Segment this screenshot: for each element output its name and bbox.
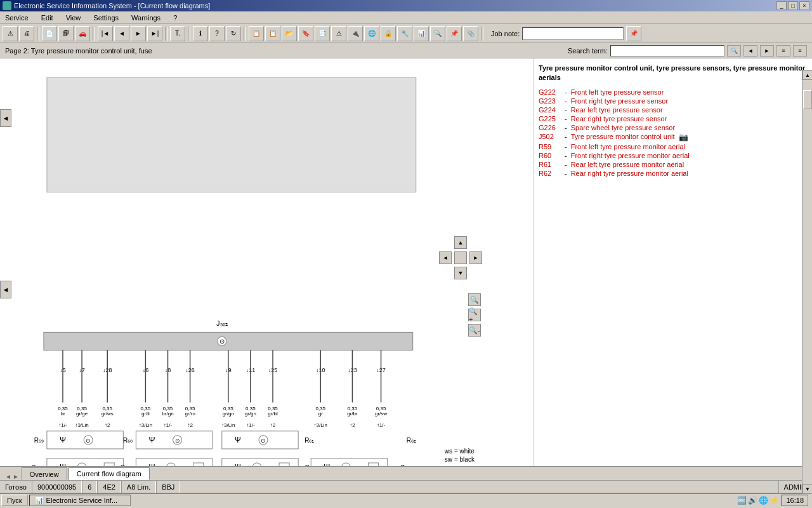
diagram-panel: ◄ ◄ ▲ ◄ ► ▼ 🔍 🔍+ 🔍- J₅₀₂: [0, 58, 533, 466]
nav-next[interactable]: ►: [131, 26, 146, 41]
search-input[interactable]: [610, 45, 724, 57]
comp-id-r61[interactable]: R61: [539, 161, 561, 168]
svg-text:gr/ro: gr/ro: [185, 411, 195, 417]
status-number: 9000000095: [32, 481, 82, 493]
comp-id-g225[interactable]: G225: [539, 115, 561, 123]
left-nav-arrow-bottom[interactable]: ◄: [0, 281, 11, 298]
tb-btn-i[interactable]: 🔒: [381, 26, 396, 41]
tray-icon-2: 🔊: [748, 496, 757, 505]
nav-last[interactable]: ►|: [147, 26, 162, 41]
tray-icon-3: 🌐: [759, 496, 768, 505]
svg-rect-103: [369, 463, 379, 466]
tab-current-flow[interactable]: Current flow diagram: [69, 467, 150, 480]
title-bar-left: Electronic Service Information System - …: [3, 1, 210, 10]
tb-refresh[interactable]: ↻: [226, 26, 241, 41]
job-note-label: Job note:: [491, 30, 520, 37]
tb-btn-d[interactable]: 🔖: [298, 26, 313, 41]
tab-overview[interactable]: Overview: [22, 467, 67, 480]
tb-btn-n[interactable]: 📎: [463, 26, 478, 41]
tb-sep-6: [481, 27, 483, 41]
tb-btn-l[interactable]: 🔍: [430, 26, 445, 41]
comp-id-r62[interactable]: R62: [539, 170, 561, 177]
scroll-up[interactable]: ▲: [802, 70, 812, 80]
zoom-in[interactable]: 🔍+: [468, 309, 481, 321]
search-opt-btn[interactable]: ≡: [776, 45, 790, 57]
comp-id-g223[interactable]: G223: [539, 97, 561, 105]
nav-center: [454, 251, 467, 264]
menu-help[interactable]: ?: [171, 13, 180, 23]
search-opt2-btn[interactable]: ≡: [793, 45, 807, 57]
window-controls[interactable]: _ □ ×: [776, 1, 809, 10]
tb-btn-5[interactable]: 🚗: [75, 26, 90, 41]
status-code2: A8 Lim.: [121, 481, 156, 493]
nav-first[interactable]: |◄: [98, 26, 113, 41]
tb-btn-2[interactable]: 🖨: [19, 26, 34, 41]
comp-id-r60[interactable]: R60: [539, 152, 561, 159]
menu-edit[interactable]: Edit: [39, 13, 56, 23]
start-button[interactable]: Пуск: [1, 495, 28, 506]
scroll-thumb[interactable]: [803, 90, 812, 109]
search-btn[interactable]: 🔍: [727, 45, 741, 57]
tb-btn-1[interactable]: ⚠: [3, 26, 18, 41]
menu-bar: Service Edit View Settings Warnings ?: [0, 11, 812, 24]
close-button[interactable]: ×: [799, 1, 809, 10]
svg-text:gr/gn: gr/gn: [245, 411, 256, 417]
nav-prev[interactable]: ◄: [114, 26, 129, 41]
tb-btn-m[interactable]: 📌: [447, 26, 462, 41]
tb-btn-f[interactable]: ⚠: [331, 26, 346, 41]
comp-id-g226[interactable]: G226: [539, 124, 561, 131]
nav-up[interactable]: ▲: [454, 236, 467, 249]
job-note-area: Job note: 📌: [491, 26, 641, 41]
nav-left[interactable]: ◄: [439, 251, 452, 264]
status-ready: Готово: [0, 483, 32, 491]
search-prev-btn[interactable]: ◄: [743, 45, 757, 57]
svg-text:↑2: ↑2: [105, 422, 110, 428]
camera-icon[interactable]: 📷: [679, 133, 688, 142]
list-item: G225 - Rear right tyre pressure sensor: [539, 115, 807, 123]
tb-btn-b[interactable]: 📋: [265, 26, 280, 41]
tb-btn-3[interactable]: 📄: [42, 26, 57, 41]
tb-btn-4[interactable]: 🗐: [58, 26, 74, 41]
tb-btn-j[interactable]: 🔧: [397, 26, 412, 41]
taskbar-app-item[interactable]: 📊 Electronic Service Inf...: [29, 495, 131, 506]
nav-right[interactable]: ►: [469, 251, 482, 264]
comp-id-j502[interactable]: J502: [539, 133, 561, 140]
tb-btn-k[interactable]: 📊: [414, 26, 429, 41]
menu-settings[interactable]: Settings: [91, 13, 121, 23]
restore-button[interactable]: □: [788, 1, 798, 10]
tb-question[interactable]: ?: [209, 26, 225, 41]
svg-text:br/gn: br/gn: [162, 411, 173, 417]
vertical-scrollbar[interactable]: ▲ ▼: [802, 70, 812, 466]
tb-btn-g[interactable]: 🔌: [348, 26, 363, 41]
nav-down[interactable]: ▼: [454, 267, 467, 279]
zoom-reset[interactable]: 🔍: [468, 293, 481, 306]
zoom-out[interactable]: 🔍-: [468, 324, 481, 337]
comp-desc-g225: Rear right tyre pressure sensor: [571, 115, 667, 123]
left-nav-arrow-top[interactable]: ◄: [0, 109, 11, 127]
tb-btn-h[interactable]: 🌐: [364, 26, 379, 41]
menu-warnings[interactable]: Warnings: [129, 13, 163, 23]
comp-id-g222[interactable]: G222: [539, 88, 561, 96]
list-item: G224 - Rear left tyre pressure sensor: [539, 106, 807, 114]
minimize-button[interactable]: _: [776, 1, 787, 10]
list-item: J502 - Tyre pressure monitor control uni…: [539, 133, 807, 142]
tb-info[interactable]: ℹ: [193, 26, 208, 41]
tb-text[interactable]: T.: [170, 26, 185, 41]
list-item: R62 - Rear right tyre pressure monitor a…: [539, 170, 807, 177]
tab-left-arrow[interactable]: ◄: [5, 473, 11, 480]
comp-id-r59[interactable]: R59: [539, 143, 561, 150]
job-note-submit[interactable]: 📌: [626, 26, 641, 41]
menu-view[interactable]: View: [63, 13, 84, 23]
svg-rect-85: [193, 463, 204, 466]
comp-id-g224[interactable]: G224: [539, 106, 561, 114]
svg-text:↑3/Lin: ↑3/Lin: [314, 422, 327, 428]
comp-desc-r61: Rear left tyre pressure monitor aerial: [571, 161, 684, 168]
tab-right-arrow[interactable]: ►: [13, 473, 19, 480]
menu-service[interactable]: Service: [3, 13, 31, 23]
job-note-input[interactable]: [522, 27, 624, 40]
window-title: Electronic Service Information System - …: [14, 2, 210, 10]
tb-btn-c[interactable]: 📂: [282, 26, 297, 41]
tb-btn-a[interactable]: 📋: [249, 26, 264, 41]
tb-btn-e[interactable]: 📑: [315, 26, 330, 41]
search-next-btn[interactable]: ►: [760, 45, 774, 57]
